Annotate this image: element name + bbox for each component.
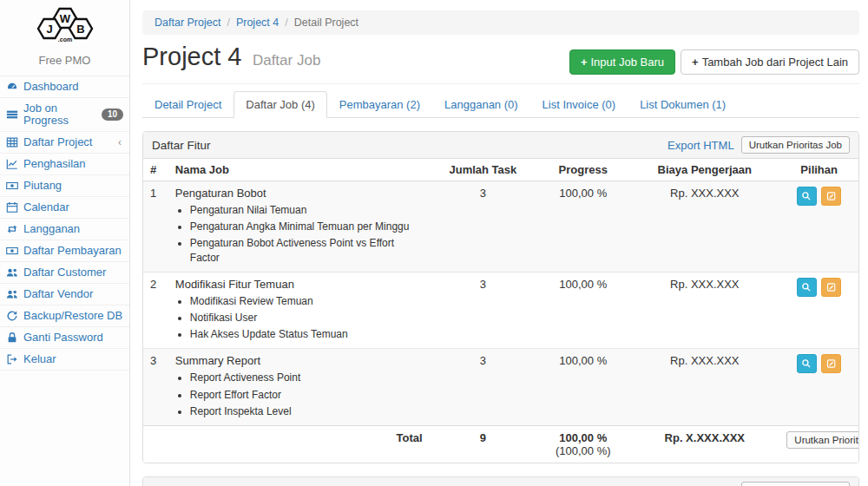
sidebar-item-label: Penghasilan: [23, 158, 86, 170]
sidebar: W J B .com Free PMO Dashboard Job on Pro…: [0, 0, 130, 486]
retweet-icon: [6, 223, 18, 235]
job-name: Modifikasi Fitur Temuan: [175, 278, 294, 291]
task-count: 3: [430, 349, 537, 426]
view-job-button[interactable]: [797, 354, 817, 373]
app-window: W J B .com Free PMO Dashboard Job on Pro…: [0, 0, 868, 486]
col-jumlah-task: Jumlah Task: [430, 159, 537, 181]
subtask: Modifikasi Review Temuan: [190, 294, 423, 308]
tab-pembayaran[interactable]: Pembayaran (2): [327, 91, 432, 118]
sidebar-item-daftar-vendor[interactable]: Daftar Vendor: [0, 284, 129, 305]
sidebar-item-langganan[interactable]: Langganan: [0, 219, 129, 240]
page-subtitle: Daftar Job: [253, 52, 320, 69]
breadcrumb: Daftar Project / Project 4 / Detail Proj…: [142, 10, 859, 35]
table-icon: [6, 136, 18, 148]
panel-daftar-fitur: Daftar Fitur Export HTML Urutkan Priorit…: [142, 131, 859, 463]
tab-daftar-job[interactable]: Daftar Job (4): [233, 91, 326, 118]
edit-job-button[interactable]: [821, 278, 841, 297]
tab-detail-project[interactable]: Detail Project: [142, 91, 233, 118]
panel-heading: Daftar Fitur Export HTML Urutkan Priorit…: [143, 132, 858, 159]
svg-text:W: W: [59, 12, 70, 25]
page-header: Project 4 Daftar Job +Input Job Baru +Ta…: [142, 43, 859, 75]
sidebar-item-label: Backup/Restore DB: [23, 310, 122, 322]
tambah-job-button[interactable]: +Tambah Job dari Project Lain: [681, 49, 859, 75]
sidebar-item-dashboard[interactable]: Dashboard: [0, 76, 129, 98]
jwb-logo-icon: W J B .com: [25, 5, 105, 45]
panel-heading: Fitur Tambahan Export HTML Urutkan Prior…: [143, 477, 858, 486]
sidebar-item-daftar-project[interactable]: Daftar Project ‹: [0, 132, 129, 154]
sidebar-item-daftar-customer[interactable]: Daftar Customer: [0, 262, 129, 284]
subtask: Pengaturan Nilai Temuan: [190, 203, 423, 217]
job-name: Pengaturan Bobot: [175, 187, 266, 200]
subtask: Report Inspekta Level: [190, 404, 423, 418]
row-num: 1: [143, 181, 168, 273]
tab-list-dokumen[interactable]: List Dokumen (1): [628, 91, 738, 118]
breadcrumb-project-4[interactable]: Project 4: [236, 16, 279, 29]
export-html-link[interactable]: Export HTML: [667, 139, 734, 152]
col-biaya: Biaya Pengerjaan: [629, 159, 779, 181]
sidebar-item-daftar-pembayaran[interactable]: Daftar Pembayaran: [0, 240, 129, 262]
jwb-logo: W J B .com: [0, 0, 129, 50]
sidebar-item-label: Job on Progress: [23, 102, 96, 127]
breadcrumb-separator: /: [285, 16, 287, 29]
sidebar-item-label: Piutang: [23, 180, 62, 192]
job-name: Summary Report: [175, 354, 260, 367]
total-progress-overall: (100,00 %): [556, 444, 611, 457]
table-row: 2 Modifikasi Fitur Temuan Modifikasi Rev…: [143, 272, 858, 349]
edit-job-button[interactable]: [821, 187, 841, 206]
urutkan-prioritas-button[interactable]: Urutkan Prioritas Job: [741, 136, 850, 154]
total-tasks: 9: [430, 425, 537, 463]
edit-icon: [826, 358, 837, 369]
task-count: 3: [430, 272, 537, 349]
sidebar-nav: Dashboard Job on Progress 10 Daftar Proj…: [0, 76, 129, 371]
sidebar-item-calendar[interactable]: Calendar: [0, 197, 129, 219]
sidebar-item-label: Daftar Customer: [23, 266, 106, 279]
dashboard-icon: [6, 81, 18, 93]
total-progress: 100,00 %: [559, 431, 607, 444]
cost-value: Rp. XXX.XXX: [629, 181, 779, 273]
view-job-button[interactable]: [797, 278, 817, 297]
subtask: Report Activeness Point: [190, 371, 423, 384]
daftar-fitur-table: # Nama Job Jumlah Task Progress Biaya Pe…: [143, 159, 858, 463]
page-title: Project 4: [142, 43, 241, 70]
sign-out-icon: [6, 353, 18, 365]
sidebar-item-job-on-progress[interactable]: Job on Progress 10: [0, 98, 129, 132]
sidebar-item-label: Daftar Vendor: [23, 288, 93, 300]
subtask-list: Pengaturan Nilai Temuan Pengaturan Angka…: [190, 203, 423, 265]
sidebar-item-piutang[interactable]: Piutang: [0, 175, 129, 197]
tab-langganan[interactable]: Langganan (0): [432, 91, 530, 118]
tab-list-invoice[interactable]: List Invoice (0): [530, 91, 628, 118]
total-row: Total 9 100,00 % (100,00 %) Rp. X.XXX.XX…: [143, 425, 858, 463]
sidebar-item-penghasilan[interactable]: Penghasilan: [0, 154, 129, 175]
chevron-left-icon: ‹: [118, 136, 123, 148]
view-job-button[interactable]: [797, 187, 817, 206]
progress-value: 100,00 %: [536, 181, 629, 273]
panel-fitur-tambahan: Fitur Tambahan Export HTML Urutkan Prior…: [142, 476, 859, 486]
input-job-baru-button[interactable]: +Input Job Baru: [569, 49, 675, 75]
edit-job-button[interactable]: [821, 354, 841, 373]
money-icon: [6, 245, 18, 257]
subtask: Report Effort Factor: [190, 388, 423, 402]
subtask-list: Report Activeness Point Report Effort Fa…: [190, 371, 423, 418]
search-icon: [801, 282, 812, 292]
app-name: Free PMO: [0, 50, 129, 76]
edit-icon: [826, 282, 837, 292]
cost-value: Rp. XXX.XXX: [629, 272, 779, 349]
urutkan-prioritas-button[interactable]: Urutkan Prioritas Job: [786, 431, 859, 449]
sidebar-item-label: Daftar Pembayaran: [23, 245, 122, 257]
sidebar-item-ganti-password[interactable]: Ganti Password: [0, 327, 129, 349]
row-num: 3: [143, 349, 168, 426]
lock-icon: [6, 332, 18, 344]
sidebar-item-label: Dashboard: [23, 81, 79, 93]
users-icon: [6, 266, 18, 279]
col-nama-job: Nama Job: [168, 159, 430, 181]
tasks-icon: [6, 108, 18, 121]
sidebar-item-backup-restore-db[interactable]: Backup/Restore DB: [0, 305, 129, 327]
breadcrumb-daftar-project[interactable]: Daftar Project: [155, 16, 220, 29]
header-divider: [142, 83, 859, 84]
col-pilihan: Pilihan: [779, 159, 858, 181]
money-icon: [6, 180, 18, 192]
urutkan-prioritas-button[interactable]: Urutkan Prioritas Job: [741, 482, 850, 486]
sidebar-item-keluar[interactable]: Keluar: [0, 349, 129, 371]
sidebar-item-label: Keluar: [23, 353, 56, 365]
subtask: Pengaturan Angka Minimal Temuan per Ming…: [190, 220, 423, 233]
